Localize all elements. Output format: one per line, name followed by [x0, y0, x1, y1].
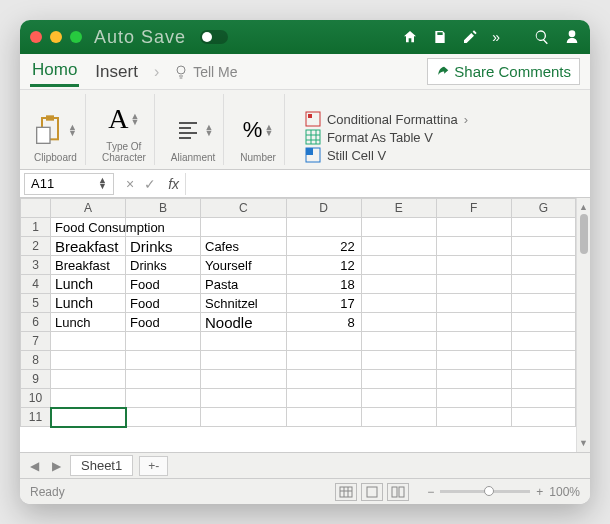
row-header[interactable]: 9	[21, 370, 51, 389]
cell[interactable]: Lunch	[51, 313, 126, 332]
cell[interactable]	[126, 389, 201, 408]
cell[interactable]: Noodle	[201, 313, 287, 332]
col-header-G[interactable]: G	[511, 199, 575, 218]
cell[interactable]	[436, 313, 511, 332]
save-icon[interactable]	[432, 29, 448, 45]
user-icon[interactable]	[564, 29, 580, 45]
tab-more[interactable]: ›	[154, 63, 159, 81]
cell[interactable]	[511, 275, 575, 294]
sheet-tab[interactable]: Sheet1	[70, 455, 133, 476]
cell[interactable]	[51, 370, 126, 389]
close-window-button[interactable]	[30, 31, 42, 43]
col-header-B[interactable]: B	[126, 199, 201, 218]
col-header-E[interactable]: E	[361, 199, 436, 218]
more-icon[interactable]: »	[492, 29, 500, 45]
cell[interactable]: Lunch	[51, 294, 126, 313]
tab-insert[interactable]: Insert	[93, 58, 140, 86]
cell[interactable]: 18	[286, 275, 361, 294]
cell[interactable]	[361, 218, 436, 237]
share-button[interactable]: Share Comments	[427, 58, 580, 85]
col-header-F[interactable]: F	[436, 199, 511, 218]
cell[interactable]	[286, 218, 361, 237]
cell[interactable]	[51, 332, 126, 351]
cell[interactable]: 12	[286, 256, 361, 275]
zoom-value[interactable]: 100%	[549, 485, 580, 499]
cell[interactable]: 17	[286, 294, 361, 313]
cell[interactable]: Drinks	[126, 256, 201, 275]
edit-icon[interactable]	[462, 29, 478, 45]
ribbon-align[interactable]: ▲▼ Alianment	[163, 94, 224, 165]
cell[interactable]	[436, 370, 511, 389]
formula-input[interactable]	[185, 173, 590, 195]
cell[interactable]	[201, 370, 287, 389]
cell[interactable]	[286, 389, 361, 408]
cell[interactable]	[126, 351, 201, 370]
cell[interactable]: Pasta	[201, 275, 287, 294]
cell[interactable]	[126, 370, 201, 389]
format-as-table[interactable]: Format As Table V	[305, 129, 576, 145]
name-box-dropdown-icon[interactable]: ▲▼	[98, 178, 107, 189]
cell[interactable]: Schnitzel	[201, 294, 287, 313]
view-page-break-icon[interactable]	[387, 483, 409, 501]
col-header-A[interactable]: A	[51, 199, 126, 218]
sheet-nav-prev[interactable]: ◀	[26, 459, 42, 473]
cell[interactable]	[511, 389, 575, 408]
cell[interactable]: Cafes	[201, 237, 287, 256]
zoom-out-button[interactable]: −	[427, 485, 434, 499]
zoom-slider-thumb[interactable]	[484, 486, 494, 496]
cell[interactable]	[511, 313, 575, 332]
sheet-nav-next[interactable]: ▶	[48, 459, 64, 473]
cell[interactable]: Yourself	[201, 256, 287, 275]
cell-selected[interactable]	[51, 408, 126, 427]
maximize-window-button[interactable]	[70, 31, 82, 43]
scroll-thumb[interactable]	[580, 214, 588, 254]
ribbon-number[interactable]: %▲▼ Number	[232, 94, 285, 165]
cell[interactable]	[361, 408, 436, 427]
cell[interactable]	[436, 256, 511, 275]
cell[interactable]	[436, 332, 511, 351]
col-header-C[interactable]: C	[201, 199, 287, 218]
cell[interactable]	[286, 408, 361, 427]
cell[interactable]	[361, 237, 436, 256]
row-header[interactable]: 2	[21, 237, 51, 256]
view-page-layout-icon[interactable]	[361, 483, 383, 501]
ribbon-font[interactable]: A▲▼ Type Of Character	[94, 94, 155, 165]
cell[interactable]	[436, 218, 511, 237]
cell[interactable]	[436, 351, 511, 370]
minimize-window-button[interactable]	[50, 31, 62, 43]
cell[interactable]	[361, 313, 436, 332]
cell[interactable]	[511, 218, 575, 237]
cell-styles[interactable]: Still Cell V	[305, 147, 576, 163]
cell[interactable]: Food	[126, 313, 201, 332]
cell[interactable]	[201, 332, 287, 351]
cell[interactable]	[201, 351, 287, 370]
cell[interactable]: Lunch	[51, 275, 126, 294]
autosave-toggle[interactable]	[200, 30, 228, 44]
cell[interactable]	[511, 370, 575, 389]
cell[interactable]: Breakfast	[51, 237, 126, 256]
cell[interactable]	[51, 389, 126, 408]
cell[interactable]	[511, 408, 575, 427]
vertical-scrollbar[interactable]: ▲ ▼	[576, 198, 590, 452]
scroll-up-icon[interactable]: ▲	[579, 202, 588, 212]
row-header[interactable]: 10	[21, 389, 51, 408]
cell[interactable]: Drinks	[126, 237, 201, 256]
add-sheet-button[interactable]: +-	[139, 456, 168, 476]
tell-me[interactable]: Tell Me	[173, 64, 237, 80]
cell[interactable]	[436, 408, 511, 427]
search-icon[interactable]	[534, 29, 550, 45]
cell[interactable]: Breakfast	[51, 256, 126, 275]
cell[interactable]	[511, 256, 575, 275]
cell[interactable]	[436, 237, 511, 256]
col-header-D[interactable]: D	[286, 199, 361, 218]
accept-formula-icon[interactable]: ✓	[144, 176, 156, 192]
cell[interactable]	[51, 351, 126, 370]
ribbon-clipboard[interactable]: ▲▼ Clipboard	[26, 94, 86, 165]
cell[interactable]	[126, 408, 201, 427]
cell[interactable]: Food Consumption	[51, 218, 126, 237]
cell[interactable]	[286, 351, 361, 370]
name-box[interactable]: A11 ▲▼	[24, 173, 114, 195]
row-header[interactable]: 4	[21, 275, 51, 294]
tab-home[interactable]: Homo	[30, 56, 79, 87]
row-header[interactable]: 3	[21, 256, 51, 275]
